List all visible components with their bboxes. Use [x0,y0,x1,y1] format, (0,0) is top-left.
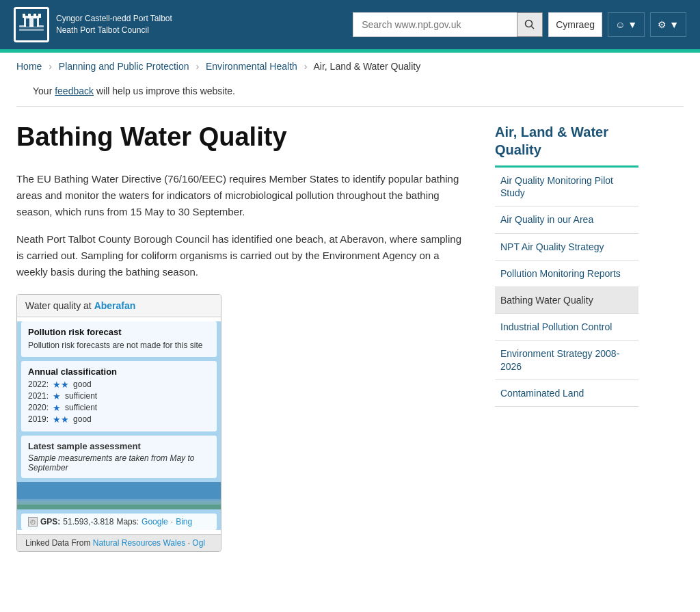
user-icon-button[interactable]: ☺ ▼ [608,12,645,37]
gps-label: GPS: [40,517,60,527]
sidebar-link-npt-strategy[interactable]: NPT Air Quality Strategy [495,234,638,260]
logo-area: Cyngor Castell-nedd Port Talbot Neath Po… [14,7,172,42]
google-maps-link[interactable]: Google [142,517,168,527]
svg-rect-14 [17,499,221,505]
accessibility-button[interactable]: ⚙ ▼ [650,12,686,37]
gps-row: ◴ GPS: 51.593,-3.818 Maps: Google · Bing [21,514,217,530]
breadcrumb: Home › Planning and Public Protection › … [0,53,700,80]
sidebar-heading: Air, Land & Water Quality [495,123,638,159]
annual-row-2019: 2019: ★★ good [28,414,210,425]
intro-paragraph-1: The EU Bathing Water Directive (76/160/E… [16,171,468,220]
rating-2019: good [73,414,92,424]
header-controls: Cymraeg ☺ ▼ ⚙ ▼ [353,12,686,37]
sidebar-item-industrial-pollution: Industrial Pollution Control [495,314,638,341]
bing-maps-link[interactable]: Bing [176,517,192,527]
year-2022: 2022: [28,380,49,389]
search-button[interactable] [517,12,543,37]
breadcrumb-planning[interactable]: Planning and Public Protection [59,61,189,72]
council-logo [14,7,49,42]
rating-2020: sufficient [65,403,97,412]
svg-line-11 [532,27,535,29]
annual-classification-title: Annual classification [28,367,210,377]
search-input[interactable] [353,12,517,37]
annual-row-2022: 2022: ★★ good [28,380,210,390]
widget-title: Water quality at Aberafan [17,295,221,317]
stars-2020: ★ [53,403,61,413]
site-header: Cyngor Castell-nedd Port Talbot Neath Po… [0,0,700,49]
widget-title-prefix: Water quality at [25,300,94,311]
sidebar-link-air-quality-area[interactable]: Air Quality in our Area [495,207,638,232]
rating-2022: good [73,380,92,389]
sidebar-link-industrial-pollution[interactable]: Industrial Pollution Control [495,314,638,340]
sidebar-item-pollution-reports: Pollution Monitoring Reports [495,261,638,287]
ogl-link[interactable]: Ogl [192,538,205,548]
pollution-risk-section: Pollution risk forecast Pollution risk f… [21,321,217,357]
svg-rect-2 [19,29,44,31]
svg-rect-8 [33,14,36,18]
language-button[interactable]: Cymraeg [548,12,602,37]
sidebar: Air, Land & Water Quality Air Quality Mo… [495,123,638,552]
sidebar-link-bathing-water[interactable]: Bathing Water Quality [495,287,638,313]
beach-image [17,482,221,509]
sidebar-item-air-quality-area: Air Quality in our Area [495,207,638,233]
feedback-link[interactable]: feedback [55,85,94,96]
feedback-bar: Your feedback will help us improve this … [16,80,684,107]
sidebar-item-environment-strategy: Environment Strategy 2008-2026 [495,341,638,380]
linked-data-footer: Linked Data From Natural Resources Wales… [17,534,221,551]
annual-classification-section: Annual classification 2022: ★★ good 2021… [21,361,217,431]
user-icon: ☺ [615,19,625,30]
sidebar-link-contaminated-land[interactable]: Contaminated Land [495,380,638,406]
rating-2021: sufficient [65,391,97,401]
sidebar-nav: Air Quality Monitoring Pilot Study Air Q… [495,168,638,407]
widget-inner: Pollution risk forecast Pollution risk f… [17,321,221,530]
breadcrumb-current[interactable]: Air, Land & Water Quality [314,61,421,72]
gps-icon: ◴ [28,517,38,527]
sidebar-link-air-quality-monitoring[interactable]: Air Quality Monitoring Pilot Study [495,168,638,206]
nrw-link[interactable]: Natural Resources Wales [93,538,186,548]
svg-rect-4 [26,18,29,27]
accessibility-icon: ⚙ [658,19,667,30]
stars-2019: ★★ [53,414,69,425]
breadcrumb-sep-1: › [49,61,52,72]
latest-sample-section: Latest sample assessment Sample measurem… [21,436,217,478]
main-content: Bathing Water Quality The EU Bathing Wat… [16,123,468,552]
year-2020: 2020: [28,403,49,412]
annual-row-2021: 2021: ★ sufficient [28,391,210,401]
water-quality-widget: Water quality at Aberafan Pollution risk… [16,294,221,552]
page-title: Bathing Water Quality [16,123,468,152]
svg-rect-5 [33,18,37,27]
main-layout: Bathing Water Quality The EU Bathing Wat… [0,107,700,579]
sidebar-item-bathing-water: Bathing Water Quality [495,287,638,314]
search-container [353,12,543,37]
gps-value: 51.593,-3.818 [63,517,113,527]
pollution-risk-title: Pollution risk forecast [28,327,210,337]
latest-sample-title: Latest sample assessment [28,441,210,451]
breadcrumb-environmental[interactable]: Environmental Health [206,61,297,72]
year-2019: 2019: [28,414,49,424]
stars-2021: ★ [53,391,61,401]
svg-rect-7 [28,14,31,18]
feedback-suffix: will help us improve this website. [94,85,235,96]
maps-label: Maps: [116,517,139,527]
user-dropdown-icon: ▼ [628,19,637,30]
sidebar-item-air-quality-monitoring: Air Quality Monitoring Pilot Study [495,168,638,207]
stars-2022: ★★ [53,380,69,390]
logo-text: Cyngor Castell-nedd Port Talbot Neath Po… [56,13,172,36]
breadcrumb-sep-3: › [304,61,308,72]
svg-point-10 [526,21,533,27]
sidebar-link-pollution-reports[interactable]: Pollution Monitoring Reports [495,261,638,287]
latest-sample-text: Sample measurements are taken from May t… [28,453,210,473]
breadcrumb-sep-2: › [196,61,199,72]
breadcrumb-home[interactable]: Home [16,61,42,72]
svg-rect-9 [38,14,41,18]
accessibility-dropdown-icon: ▼ [669,19,679,30]
sidebar-item-npt-strategy: NPT Air Quality Strategy [495,234,638,261]
feedback-prefix: Your [33,85,55,96]
maps-sep: · [171,517,173,527]
sidebar-link-environment-strategy[interactable]: Environment Strategy 2008-2026 [495,341,638,379]
sidebar-item-contaminated-land: Contaminated Land [495,380,638,407]
year-2021: 2021: [28,391,49,401]
intro-paragraph-2: Neath Port Talbot County Borough Council… [16,231,468,280]
widget-location-link[interactable]: Aberafan [94,300,136,311]
pollution-risk-text: Pollution risk forecasts are not made fo… [28,340,210,351]
